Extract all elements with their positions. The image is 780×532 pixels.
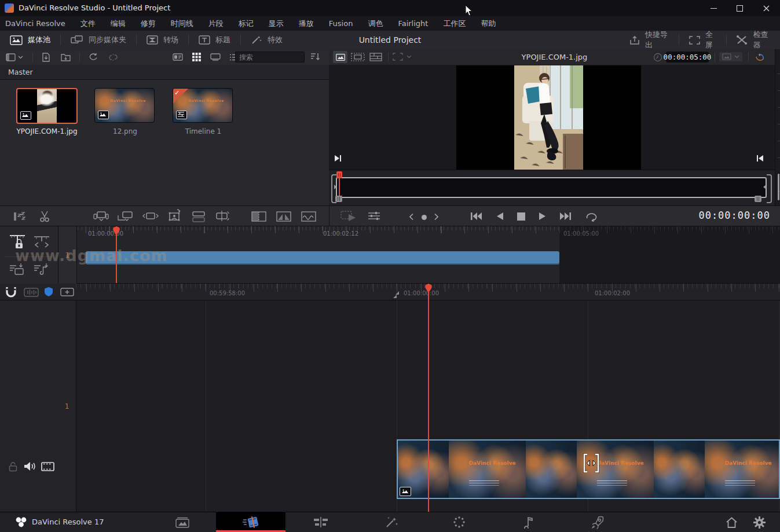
- timeline-tool-icon[interactable]: [13, 211, 28, 222]
- menu-mark[interactable]: 标记: [231, 19, 261, 29]
- out-point-handle[interactable]: [755, 196, 761, 202]
- tools-panel-icon[interactable]: [367, 211, 381, 221]
- minimize-button[interactable]: [701, 0, 727, 16]
- viewer-area[interactable]: [329, 65, 780, 170]
- effects-button[interactable]: 特效: [241, 31, 292, 49]
- menu-fairlight[interactable]: Fairlight: [390, 19, 435, 28]
- jump-to-out-icon[interactable]: [756, 155, 764, 162]
- trim-window-icon[interactable]: [276, 211, 291, 222]
- strip-view-icon[interactable]: [206, 53, 225, 61]
- page-edit[interactable]: [308, 512, 334, 532]
- render-in-place-icon[interactable]: [340, 210, 358, 223]
- menu-edit[interactable]: 编辑: [103, 19, 133, 29]
- zoom-fit-dropdown[interactable]: [393, 53, 412, 61]
- snapping-magnet-icon[interactable]: [5, 286, 17, 298]
- fullscreen-button[interactable]: 全屏: [679, 31, 726, 49]
- jump-to-in-icon[interactable]: [334, 155, 342, 162]
- menu-davinci-resolve[interactable]: DaVinci Resolve: [0, 19, 73, 28]
- track-enable-icon[interactable]: [41, 462, 54, 471]
- step-back-icon[interactable]: [409, 213, 414, 221]
- overwrite-icon[interactable]: [117, 211, 133, 222]
- maximize-button[interactable]: [727, 0, 753, 16]
- step-forward-icon[interactable]: [434, 213, 439, 221]
- page-media[interactable]: [170, 512, 195, 532]
- thumbnail-view-icon[interactable]: [188, 53, 206, 61]
- menu-playback[interactable]: 播放: [291, 19, 321, 29]
- audio-trim-icon[interactable]: [24, 288, 39, 297]
- media-item-ypojie[interactable]: YPOJIE.COM-1.jpg: [16, 80, 78, 138]
- menu-help[interactable]: 帮助: [473, 19, 503, 29]
- page-color[interactable]: [446, 512, 472, 532]
- append-icon[interactable]: [192, 211, 206, 222]
- loop-icon[interactable]: [585, 211, 599, 222]
- playhead-lock-icon[interactable]: [9, 234, 25, 250]
- media-pool-button[interactable]: 媒体池: [0, 31, 60, 49]
- bin-list-toggle[interactable]: [0, 53, 29, 61]
- mini-timeline-clip[interactable]: [86, 251, 559, 265]
- insert-audio-track-icon[interactable]: [34, 262, 50, 276]
- center-playhead-icon[interactable]: [34, 234, 50, 250]
- sort-icon[interactable]: [310, 52, 320, 61]
- trim-in-icon[interactable]: [251, 211, 266, 222]
- settings-gear-icon[interactable]: [746, 512, 772, 532]
- bin-header[interactable]: Master: [0, 65, 329, 80]
- menu-file[interactable]: 文件: [73, 19, 103, 29]
- place-on-top-icon[interactable]: [167, 209, 182, 223]
- smart-insert-icon[interactable]: [93, 211, 109, 222]
- scrub-right-bracket[interactable]: [767, 174, 772, 203]
- scrub-bar[interactable]: [336, 177, 767, 198]
- clip-duration-field[interactable]: 00:00:05:00: [666, 52, 709, 63]
- color-enhance-icon[interactable]: [754, 52, 766, 62]
- menu-view[interactable]: 显示: [261, 19, 291, 29]
- menu-timeline[interactable]: 时间线: [163, 19, 201, 29]
- razor-icon[interactable]: [38, 210, 51, 223]
- menu-fusion[interactable]: Fusion: [321, 19, 361, 28]
- page-cut[interactable]: [238, 512, 263, 532]
- flag-shield-icon[interactable]: [44, 287, 53, 297]
- media-item-timeline1[interactable]: DaVinci Resolve ✓ Timeline 1: [173, 80, 234, 138]
- track-number-column[interactable]: 1: [58, 300, 76, 512]
- home-button[interactable]: [719, 512, 744, 532]
- menu-trim[interactable]: 修剪: [133, 19, 163, 29]
- inspector-button[interactable]: 检查器: [726, 31, 780, 49]
- play-reverse-icon[interactable]: [496, 212, 504, 221]
- go-to-start-icon[interactable]: [470, 212, 482, 221]
- page-fusion[interactable]: [379, 512, 404, 532]
- page-deliver[interactable]: [585, 512, 610, 532]
- dynamic-zoom-icon[interactable]: [301, 211, 316, 222]
- source-tape-mode-button[interactable]: [351, 53, 365, 61]
- unlink-icon[interactable]: [103, 53, 123, 61]
- track-mute-icon[interactable]: [24, 461, 36, 472]
- sync-bin-button[interactable]: 同步媒体夹: [61, 31, 136, 49]
- tools-dropdown[interactable]: [719, 52, 742, 61]
- search-input[interactable]: [235, 52, 305, 63]
- import-folder-icon[interactable]: [56, 53, 76, 61]
- go-to-end-icon[interactable]: [559, 212, 572, 221]
- track-lock-icon[interactable]: [8, 461, 18, 472]
- menu-clip[interactable]: 片段: [201, 19, 231, 29]
- insert-video-track-icon[interactable]: [9, 262, 25, 276]
- timeline-mode-button[interactable]: [369, 53, 382, 61]
- record-dot-icon[interactable]: [422, 215, 427, 220]
- in-point-handle[interactable]: [335, 196, 342, 202]
- play-icon[interactable]: [539, 212, 546, 221]
- metadata-view-icon[interactable]: [168, 53, 188, 61]
- replace-icon[interactable]: [142, 211, 159, 222]
- menu-color[interactable]: 调色: [360, 19, 390, 29]
- mini-playhead-pin[interactable]: [112, 226, 120, 236]
- source-clip-mode-button[interactable]: [333, 51, 347, 63]
- mini-track-header[interactable]: 1: [58, 226, 77, 284]
- close-button[interactable]: [753, 0, 780, 16]
- timeline-playhead-pin[interactable]: [424, 284, 433, 293]
- sync-icon[interactable]: [83, 53, 103, 61]
- meter-scroll-thumb[interactable]: [778, 174, 779, 200]
- import-media-icon[interactable]: [36, 53, 56, 62]
- add-track-icon[interactable]: [60, 288, 74, 296]
- ripple-overwrite-icon[interactable]: [215, 210, 230, 223]
- menu-workspace[interactable]: 工作区: [435, 19, 473, 29]
- quick-export-button[interactable]: 快捷导出: [620, 31, 679, 49]
- scrub-playhead-handle[interactable]: [336, 171, 342, 178]
- transitions-button[interactable]: 转场: [137, 31, 188, 49]
- titles-button[interactable]: 标题: [189, 31, 240, 49]
- timeline-playhead[interactable]: [428, 284, 429, 512]
